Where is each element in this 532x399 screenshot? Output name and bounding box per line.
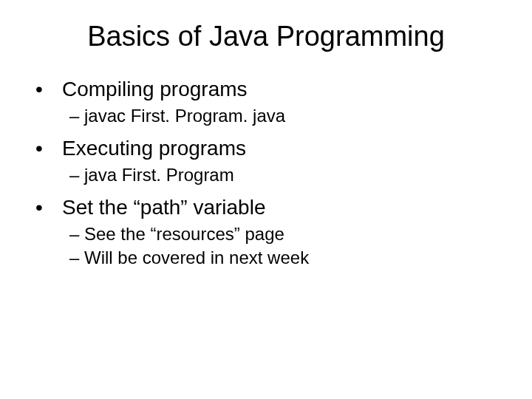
list-item: • Executing programs	[35, 137, 502, 160]
list-item: – javac First. Program. java	[35, 106, 502, 126]
section-heading: Executing programs	[62, 137, 246, 160]
list-item: • Set the “path” variable	[35, 196, 502, 219]
slide-title: Basics of Java Programming	[30, 21, 502, 52]
sub-item-text: javac First. Program. java	[84, 106, 285, 126]
dash-icon: –	[69, 248, 84, 268]
section-heading: Compiling programs	[62, 78, 248, 101]
bullet-icon: •	[35, 78, 62, 101]
dash-icon: –	[69, 165, 84, 185]
dash-icon: –	[69, 224, 84, 245]
list-item: – Will be covered in next week	[35, 248, 502, 268]
sub-item-text: See the “resources” page	[84, 224, 284, 245]
section-compiling: • Compiling programs – javac First. Prog…	[35, 78, 502, 126]
slide-content: • Compiling programs – javac First. Prog…	[30, 78, 502, 268]
bullet-icon: •	[35, 137, 62, 160]
section-heading: Set the “path” variable	[62, 196, 266, 219]
bullet-icon: •	[35, 196, 62, 219]
section-executing: • Executing programs – java First. Progr…	[35, 137, 502, 185]
section-path: • Set the “path” variable – See the “res…	[35, 196, 502, 268]
list-item: – See the “resources” page	[35, 224, 502, 245]
list-item: • Compiling programs	[35, 78, 502, 101]
dash-icon: –	[69, 106, 84, 126]
sub-item-text: java First. Program	[84, 165, 234, 185]
sub-item-text: Will be covered in next week	[84, 248, 309, 268]
list-item: – java First. Program	[35, 165, 502, 185]
